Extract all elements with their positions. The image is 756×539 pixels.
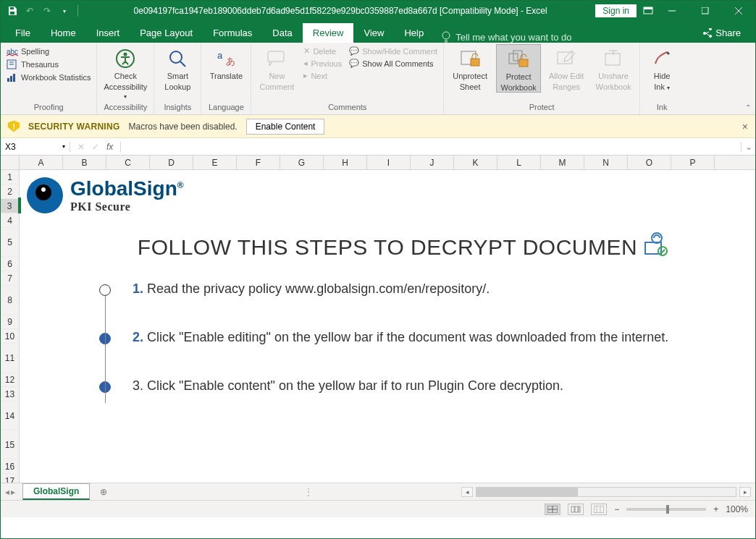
column-header[interactable]: H <box>324 156 367 169</box>
maximize-button[interactable] <box>689 1 722 21</box>
column-header[interactable]: K <box>454 156 497 169</box>
tab-review[interactable]: Review <box>303 23 354 43</box>
horizontal-scrollbar[interactable]: ⋮ ◂ ▸ <box>112 487 755 497</box>
scroll-right-button[interactable]: ▸ <box>739 487 751 497</box>
tab-insert[interactable]: Insert <box>86 23 130 43</box>
row-header[interactable]: 12 <box>1 373 20 387</box>
undo-icon[interactable]: ↶ <box>22 4 37 18</box>
protect-workbook-button[interactable]: Protect Workbook <box>496 44 541 93</box>
sheet-nav[interactable]: ◂ ▸ <box>1 487 20 497</box>
column-header[interactable]: A <box>20 156 63 169</box>
next-icon: ▸ <box>303 71 308 80</box>
row-header[interactable]: 17 <box>1 474 20 483</box>
thesaurus-button[interactable]: Thesaurus <box>5 59 92 70</box>
svg-rect-38 <box>571 506 574 512</box>
tab-data[interactable]: Data <box>262 23 302 43</box>
show-all-comments-button[interactable]: 💬Show All Comments <box>348 58 439 69</box>
row-header[interactable]: 13 <box>1 387 20 402</box>
check-accessibility-button[interactable]: Check Accessibility ▾ <box>101 44 149 101</box>
split-handle-icon[interactable]: ⋮ <box>304 487 313 497</box>
lightbulb-icon <box>441 31 451 43</box>
scroll-left-button[interactable]: ◂ <box>461 487 473 497</box>
sheet-nav-prev-icon[interactable]: ◂ <box>5 487 9 497</box>
row-header[interactable]: 7 <box>1 271 20 286</box>
row-header[interactable]: 11 <box>1 344 20 373</box>
tab-view[interactable]: View <box>353 23 394 43</box>
show-hide-comment-button: 💬Show/Hide Comment <box>348 46 439 56</box>
sheet-tab-strip: ◂ ▸ GlobalSign ⊕ ⋮ ◂ ▸ <box>1 483 755 500</box>
column-header[interactable]: C <box>106 156 150 169</box>
group-protect-label: Protect <box>448 101 635 114</box>
row-header[interactable]: 3 <box>1 199 20 213</box>
tab-home[interactable]: Home <box>41 23 86 43</box>
ribbon-tabs: File Home Insert Page Layout Formulas Da… <box>1 21 755 43</box>
enable-content-button[interactable]: Enable Content <box>246 119 325 135</box>
row-header[interactable]: 1 <box>1 170 20 184</box>
sheet-tab-active[interactable]: GlobalSign <box>22 483 90 500</box>
row-header[interactable]: 16 <box>1 459 20 474</box>
name-box[interactable]: X3 ▾ <box>1 142 70 152</box>
page-break-view-button[interactable] <box>591 504 607 515</box>
column-header[interactable]: M <box>541 156 584 169</box>
column-header[interactable]: N <box>584 156 628 169</box>
close-button[interactable] <box>722 1 755 21</box>
sign-in-button[interactable]: Sign in <box>595 4 637 17</box>
minimize-button[interactable] <box>655 1 689 21</box>
column-header[interactable]: G <box>280 156 324 169</box>
expand-formula-bar-icon[interactable]: ⌄ <box>741 142 755 152</box>
column-header[interactable]: I <box>367 156 411 169</box>
tab-formulas[interactable]: Formulas <box>203 23 262 43</box>
workbook-statistics-button[interactable]: Workbook Statistics <box>5 72 92 83</box>
redo-icon[interactable]: ↷ <box>40 4 54 18</box>
tell-me-search[interactable]: Tell me what you want to do <box>434 31 579 43</box>
column-header[interactable]: L <box>497 156 541 169</box>
tab-help[interactable]: Help <box>394 23 434 43</box>
chevron-down-icon[interactable]: ▾ <box>62 143 65 150</box>
column-header[interactable]: O <box>628 156 671 169</box>
spreadsheet-grid[interactable]: ABCDEFGHIJKLMNOP 12345678910111213141516… <box>1 156 755 483</box>
page-layout-view-button[interactable] <box>568 504 584 515</box>
normal-view-button[interactable] <box>545 504 560 515</box>
column-header[interactable]: E <box>193 156 237 169</box>
collapse-ribbon-icon[interactable]: ⌃ <box>745 103 751 111</box>
close-icon[interactable]: × <box>742 121 748 132</box>
scroll-track[interactable] <box>476 487 736 497</box>
previous-comment-button: ◂Previous <box>302 58 343 69</box>
column-header[interactable]: D <box>150 156 193 169</box>
column-header[interactable]: J <box>411 156 454 169</box>
row-header[interactable]: 2 <box>1 184 20 199</box>
select-all-corner[interactable] <box>1 156 20 169</box>
zoom-slider[interactable] <box>626 508 706 511</box>
row-header[interactable]: 15 <box>1 430 20 459</box>
column-header[interactable]: F <box>237 156 280 169</box>
row-header[interactable]: 5 <box>1 228 20 257</box>
unprotect-sheet-button[interactable]: Unprotect Sheet <box>448 44 492 91</box>
zoom-in-button[interactable]: + <box>713 504 718 514</box>
row-header[interactable]: 8 <box>1 286 20 315</box>
add-sheet-button[interactable]: ⊕ <box>96 487 112 497</box>
translate-button[interactable]: aあ Translate <box>206 44 246 81</box>
share-button[interactable]: Share <box>692 23 751 43</box>
scroll-thumb[interactable] <box>476 488 578 496</box>
row-header[interactable]: 10 <box>1 329 20 344</box>
row-header[interactable]: 6 <box>1 257 20 271</box>
fx-icon[interactable]: fx <box>106 142 113 152</box>
tab-file[interactable]: File <box>5 23 41 43</box>
svg-rect-41 <box>594 506 604 513</box>
row-header[interactable]: 4 <box>1 213 20 228</box>
column-header[interactable]: B <box>63 156 106 169</box>
column-header[interactable]: P <box>671 156 715 169</box>
sheet-nav-next-icon[interactable]: ▸ <box>11 487 15 497</box>
zoom-level[interactable]: 100% <box>726 504 748 514</box>
smart-lookup-button[interactable]: Smart Lookup <box>159 44 196 91</box>
sheet-canvas[interactable]: GlobalSign® PKI Secure FOLLOW THIS STEPS… <box>20 170 755 483</box>
row-header[interactable]: 14 <box>1 402 20 430</box>
zoom-out-button[interactable]: − <box>614 504 619 514</box>
ribbon-display-options-icon[interactable] <box>641 4 655 18</box>
row-header[interactable]: 9 <box>1 315 20 329</box>
save-icon[interactable] <box>5 4 20 18</box>
tab-page-layout[interactable]: Page Layout <box>130 23 203 43</box>
qat-customize-icon[interactable]: ▾ <box>57 4 72 18</box>
spelling-button[interactable]: abc Spelling <box>5 46 92 57</box>
hide-ink-button[interactable]: Hide Ink ▾ <box>644 44 679 91</box>
